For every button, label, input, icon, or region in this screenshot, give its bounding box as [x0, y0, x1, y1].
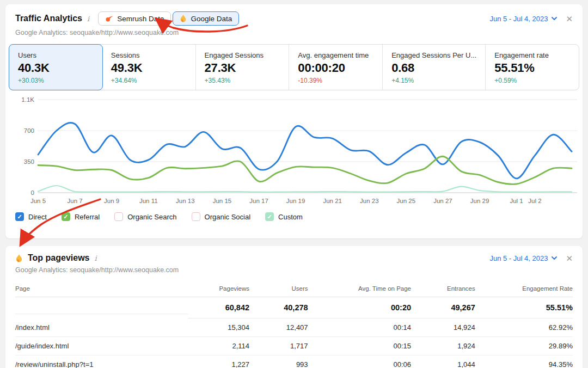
- svg-text:700: 700: [24, 127, 34, 134]
- page-path[interactable]: /index.html: [15, 318, 188, 337]
- metric-value: 00:00:20: [298, 61, 373, 75]
- date-range-label: Jun 5 - Jul 4, 2023: [489, 254, 548, 262]
- col-header-entrances[interactable]: Entrances: [411, 280, 475, 297]
- col-header-users[interactable]: Users: [249, 280, 308, 297]
- svg-text:Jul 1: Jul 1: [510, 198, 523, 204]
- totals-page-cell: [15, 302, 188, 314]
- page-path[interactable]: /guide/index.html: [15, 337, 188, 355]
- metric-tab-users[interactable]: Users 40.3K +30.03%: [9, 44, 103, 90]
- table-totals-row: 60,842 40,278 00:20 49,267 55.51%: [15, 297, 573, 318]
- date-range-label: Jun 5 - Jul 4, 2023: [489, 15, 548, 23]
- legend-item-direct[interactable]: ✓ Direct: [15, 212, 47, 221]
- cell-engagement-rate: 62.92%: [475, 318, 573, 337]
- metric-value: 40.3K: [18, 61, 94, 75]
- metric-tab-engaged-sessions[interactable]: Engaged Sessions 27.3K +35.43%: [196, 45, 290, 90]
- cell-avg-time: 00:15: [308, 337, 411, 355]
- legend-label: Referral: [75, 213, 100, 221]
- info-icon[interactable]: i: [95, 254, 97, 262]
- table-header-row: Page Pageviews Users Avg. Time on Page E…: [15, 280, 573, 297]
- flame-icon: [15, 254, 23, 263]
- metric-label: Users: [18, 51, 94, 59]
- chevron-down-icon: [552, 17, 557, 20]
- col-header-avg-time[interactable]: Avg. Time on Page: [308, 280, 411, 297]
- google-data-label: Google Data: [191, 15, 232, 23]
- metric-delta: -10.39%: [298, 77, 373, 84]
- close-icon[interactable]: ✕: [566, 15, 573, 23]
- svg-text:Jun 9: Jun 9: [104, 198, 119, 204]
- svg-text:Jun 15: Jun 15: [213, 198, 232, 204]
- info-icon[interactable]: i: [87, 15, 89, 23]
- date-range-picker[interactable]: Jun 5 - Jul 4, 2023: [489, 254, 557, 262]
- metric-tab-sessions[interactable]: Sessions 49.3K +34.64%: [102, 45, 196, 90]
- svg-text:Jun 25: Jun 25: [397, 198, 416, 204]
- svg-text:Jun 17: Jun 17: [249, 198, 268, 204]
- table-row: /index.html 15,304 12,407 00:14 14,924 6…: [15, 318, 573, 337]
- pageviews-title: Top pageviews: [28, 253, 90, 263]
- semrush-data-label: Semrush Data: [117, 15, 164, 23]
- svg-text:Jun 7: Jun 7: [68, 198, 83, 204]
- metric-delta: +30.03%: [18, 77, 94, 84]
- svg-text:Jun 11: Jun 11: [139, 198, 158, 204]
- traffic-trend-chart: 03507001.1KJun 5Jun 7Jun 9Jun 11Jun 13Ju…: [9, 93, 579, 210]
- checkbox-checked[interactable]: ✓: [265, 212, 274, 221]
- metric-delta: +35.43%: [205, 77, 280, 84]
- top-pageviews-panel: Top pageviews i Jun 5 - Jul 4, 2023 ✕ Go…: [5, 246, 583, 368]
- metric-value: 55.51%: [494, 61, 570, 75]
- svg-text:Jun 13: Jun 13: [176, 198, 195, 204]
- cell-entrances: 14,924: [411, 318, 475, 337]
- pageviews-table: Page Pageviews Users Avg. Time on Page E…: [5, 280, 583, 368]
- checkbox-unchecked[interactable]: [192, 212, 200, 221]
- col-header-pageviews[interactable]: Pageviews: [188, 280, 249, 297]
- data-source-toggle: Semrush Data Google Data: [98, 11, 239, 26]
- checkbox-checked[interactable]: ✓: [15, 212, 24, 221]
- legend-item-referral[interactable]: ✓ Referral: [62, 212, 100, 221]
- col-header-page[interactable]: Page: [15, 280, 188, 297]
- table-row: /review/uninstall.php?t=1 1,227 993 00:0…: [15, 355, 573, 368]
- metric-delta: +4.15%: [391, 77, 476, 84]
- metric-label: Avg. engagement time: [298, 51, 373, 59]
- svg-text:Jun 27: Jun 27: [433, 198, 452, 204]
- totals-engagement-rate: 55.51%: [475, 297, 573, 318]
- col-header-engagement-rate[interactable]: Engagement Rate: [475, 280, 573, 297]
- metric-value: 0.68: [391, 61, 476, 75]
- svg-text:Jun 23: Jun 23: [360, 198, 379, 204]
- metric-value: 27.3K: [205, 61, 280, 75]
- traffic-header: Traffic Analytics i Semrush Data Google …: [5, 4, 583, 26]
- channel-legend: ✓ Direct ✓ Referral Organic Search Organ…: [5, 210, 583, 221]
- svg-text:Jul 2: Jul 2: [528, 198, 541, 204]
- cell-avg-time: 00:14: [308, 318, 411, 337]
- checkbox-unchecked[interactable]: [114, 212, 123, 221]
- cell-engagement-rate: 94.35%: [475, 355, 573, 368]
- legend-label: Custom: [278, 213, 303, 221]
- semrush-logo-icon: [105, 15, 113, 22]
- legend-label: Direct: [28, 213, 47, 221]
- checkbox-checked[interactable]: ✓: [62, 212, 70, 221]
- cell-engagement-rate: 29.89%: [475, 337, 573, 355]
- cell-pageviews: 1,227: [188, 355, 249, 368]
- pageviews-header: Top pageviews i Jun 5 - Jul 4, 2023 ✕: [5, 246, 583, 263]
- metric-tab-avg-engagement-time[interactable]: Avg. engagement time 00:00:20 -10.39%: [289, 45, 383, 90]
- cell-entrances: 1,044: [411, 355, 475, 368]
- date-range-picker[interactable]: Jun 5 - Jul 4, 2023: [489, 15, 557, 23]
- svg-text:1.1K: 1.1K: [21, 96, 34, 103]
- cell-users: 1,717: [249, 337, 308, 355]
- google-data-button[interactable]: Google Data: [173, 11, 239, 26]
- metric-delta: +34.64%: [111, 77, 187, 84]
- legend-item-custom[interactable]: ✓ Custom: [265, 212, 303, 221]
- metric-tabs: Users 40.3K +30.03% Sessions 49.3K +34.6…: [9, 44, 579, 90]
- page-path[interactable]: /review/uninstall.php?t=1: [15, 355, 188, 368]
- metric-delta: +0.59%: [494, 77, 570, 84]
- svg-text:0: 0: [31, 189, 34, 196]
- metric-label: Engaged Sessions: [205, 51, 280, 59]
- metric-tab-engagement-rate[interactable]: Engagement rate 55.51% +0.59%: [486, 45, 579, 90]
- legend-item-organic-search[interactable]: Organic Search: [114, 212, 176, 221]
- metric-label: Engaged Sessions Per U...: [391, 51, 476, 59]
- cell-users: 12,407: [249, 318, 308, 337]
- totals-entrances: 49,267: [411, 297, 475, 318]
- metric-tab-engaged-sessions-per-user[interactable]: Engaged Sessions Per U... 0.68 +4.15%: [383, 45, 486, 90]
- svg-text:Jun 19: Jun 19: [286, 198, 305, 204]
- totals-users: 40,278: [249, 297, 308, 318]
- legend-item-organic-social[interactable]: Organic Social: [192, 212, 251, 221]
- close-icon[interactable]: ✕: [566, 254, 573, 262]
- semrush-data-button[interactable]: Semrush Data: [98, 11, 171, 26]
